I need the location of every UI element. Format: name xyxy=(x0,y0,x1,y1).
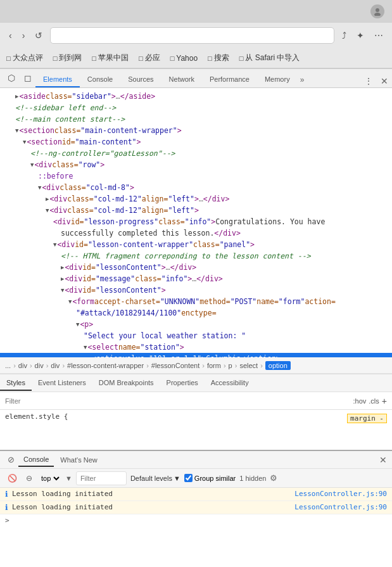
tab-elements[interactable]: Elements xyxy=(35,72,80,87)
tree-line-message[interactable]: ▶ <div id="message" class="info">…</div> xyxy=(0,273,392,284)
breadcrumb-form[interactable]: form xyxy=(207,362,221,369)
breadcrumb-p[interactable]: p xyxy=(229,362,232,369)
tree-line-select[interactable]: ▼ <select name="station"> xyxy=(0,341,392,353)
log-source-0[interactable]: LessonController.js:90 xyxy=(294,490,387,498)
tree-line-div-col12-1[interactable]: ▶ <div class="col-md-12" align="left">…<… xyxy=(0,193,392,205)
breadcrumb-div1[interactable]: div xyxy=(18,362,27,369)
default-levels-select[interactable]: Default levels ▼ xyxy=(130,475,180,482)
context-select[interactable]: top xyxy=(39,471,61,485)
console-tab-console[interactable]: Console xyxy=(18,453,54,467)
devtools-tab-inspect[interactable]: ◻ xyxy=(20,70,35,87)
more-tabs-button[interactable]: » xyxy=(298,72,307,87)
bookmark-apple-china[interactable]: □苹果中国 xyxy=(92,53,129,63)
tree-line-comment-main[interactable]: <!--main content start--> xyxy=(0,113,392,125)
styles-tab-styles[interactable]: Styles xyxy=(0,376,32,391)
breadcrumb-lessonContent[interactable]: #lessonContent xyxy=(151,362,199,369)
fold-arrow[interactable]: ▼ xyxy=(15,125,18,136)
reload-button[interactable]: ↺ xyxy=(32,29,45,42)
fold-arrow[interactable]: ▼ xyxy=(53,239,56,250)
tree-line-div-col8[interactable]: ▼ <div class="col-md-8"> xyxy=(0,182,392,193)
console-filter-input[interactable] xyxy=(76,471,127,485)
share-button[interactable]: ⤴ xyxy=(339,29,349,42)
back-button[interactable]: ‹ xyxy=(6,29,15,42)
tree-line-section-wrapper[interactable]: ▼ <section class="main-content-wrapper"> xyxy=(0,125,392,136)
tree-line-form[interactable]: ▼ <form accept-charset="UNKNOWN" method=… xyxy=(0,296,392,307)
fold-arrow[interactable]: ▶ xyxy=(15,91,18,102)
fold-arrow[interactable]: ▼ xyxy=(68,296,72,307)
tab-network[interactable]: Network xyxy=(161,72,202,87)
tree-line-before[interactable]: ::before xyxy=(0,170,392,182)
tab-console[interactable]: Console xyxy=(80,72,120,87)
tree-line-div-row[interactable]: ▼ <div class="row"> xyxy=(0,159,392,170)
fold-arrow[interactable]: ▼ xyxy=(84,341,87,353)
log-source-1[interactable]: LessonController.js:90 xyxy=(294,503,387,511)
tab-memory[interactable]: Memory xyxy=(257,72,298,87)
tree-line-lesson-progress[interactable]: <div id="lesson-progress" class="info">C… xyxy=(0,216,392,227)
group-similar-checkbox[interactable] xyxy=(184,474,193,482)
tree-line-comment-html-fragment[interactable]: <!-- HTML fragment correponding to the l… xyxy=(0,250,392,262)
tree-line-section-main[interactable]: ▼ <section id="main-content"> xyxy=(0,136,392,148)
filter-pseudo-button[interactable]: :hov xyxy=(353,397,367,405)
breadcrumb-option[interactable]: option xyxy=(265,361,291,370)
fold-arrow[interactable]: ▼ xyxy=(23,136,26,148)
breadcrumb: ... › div › div › div › #lesson-content-… xyxy=(0,357,392,374)
tree-line-string[interactable]: "Select your local weather station: " xyxy=(0,330,392,341)
bookmark-dazongdianping[interactable]: □大众点评 xyxy=(6,53,43,63)
console-settings-button[interactable]: ⚙ xyxy=(270,473,277,483)
tab-sources[interactable]: Sources xyxy=(120,72,161,87)
tree-line-lesson-content-1[interactable]: ▶ <div id="lessonContent">…</div> xyxy=(0,262,392,273)
tree-line-aside[interactable]: ▶ <aside class="sidebar">…</aside> xyxy=(0,91,392,102)
bookmark-safari-import[interactable]: □从 Safari 中导入 xyxy=(239,53,300,63)
fold-arrow[interactable]: ▼ xyxy=(46,205,49,216)
fold-arrow[interactable]: ▶ xyxy=(61,262,64,273)
bookmark-daodaowang[interactable]: □到到网 xyxy=(53,53,82,63)
console-error-toggle[interactable]: 🚫 xyxy=(5,473,20,484)
address-bar[interactable] xyxy=(50,27,334,44)
bookmark-bidu[interactable]: □必应 xyxy=(139,53,160,63)
devtools-more-options[interactable]: ⋮ xyxy=(363,75,374,87)
fold-arrow[interactable]: ▼ xyxy=(61,284,64,296)
tree-line-div-col12-2[interactable]: ▼ <div class="col-md-12" align="left"> xyxy=(0,205,392,216)
tree-line-comment-sidebar[interactable]: <!--sidebar left end--> xyxy=(0,102,392,113)
breadcrumb-div2[interactable]: div xyxy=(35,362,44,369)
profile-icon[interactable] xyxy=(370,4,384,18)
tab-performance[interactable]: Performance xyxy=(202,72,257,87)
tree-line-p[interactable]: ▼ <p> xyxy=(0,319,392,330)
breadcrumb-div3[interactable]: div xyxy=(51,362,60,369)
console-stop-button[interactable]: ⊖ xyxy=(23,473,35,484)
console-clear-button[interactable]: ⊘ xyxy=(5,454,17,466)
console-close-button[interactable]: ✕ xyxy=(379,455,387,465)
breadcrumb-select[interactable]: select xyxy=(239,362,258,369)
filter-add-button[interactable]: + xyxy=(382,396,387,406)
devtools-tab-selector[interactable]: ⬡ xyxy=(3,70,20,87)
bookmark-yahoo[interactable]: □Yahoo xyxy=(170,54,198,63)
tree-line-lesson-content-2[interactable]: ▼ <div id="lessonContent"> xyxy=(0,284,392,296)
fold-arrow[interactable]: ▶ xyxy=(61,273,64,284)
fold-arrow[interactable]: ▼ xyxy=(30,159,34,170)
tree-line-lesson-content-wrapper[interactable]: ▼ <div id="lesson-content-wrapper" class… xyxy=(0,239,392,250)
group-similar-checkbox-label[interactable]: Group similar xyxy=(184,474,236,482)
styles-tab-properties[interactable]: Properties xyxy=(160,376,205,391)
styles-tab-accessibility[interactable]: Accessibility xyxy=(205,376,255,391)
tree-line-comment-ng[interactable]: <!--ng-controller="goatLesson"--> xyxy=(0,148,392,159)
tree-line-form-action[interactable]: "#attack/101829144/1100" enctype= xyxy=(0,307,392,319)
fold-arrow[interactable]: ▼ xyxy=(76,319,79,330)
fold-arrow[interactable]: ▼ xyxy=(38,182,41,193)
styles-tab-event-listeners[interactable]: Event Listeners xyxy=(32,376,92,391)
more-button[interactable]: ⋯ xyxy=(372,29,386,42)
console-log-area[interactable]: ℹ Lesson loading initiated LessonControl… xyxy=(0,488,392,567)
filter-input[interactable] xyxy=(5,395,351,407)
fold-arrow[interactable]: ▶ xyxy=(46,193,49,205)
forward-button[interactable]: › xyxy=(20,29,28,42)
devtools-close-button[interactable]: ✕ xyxy=(379,75,389,87)
star-button[interactable]: ✦ xyxy=(354,29,367,42)
console-tab-whats-new[interactable]: What's New xyxy=(55,454,102,466)
breadcrumb-dots[interactable]: ... xyxy=(5,362,11,369)
breadcrumb-lesson-content-wrapper[interactable]: #lesson-content-wrapper xyxy=(67,362,144,369)
filter-cls-button[interactable]: .cls xyxy=(369,397,379,405)
styles-tab-dom-breakpoints[interactable]: DOM Breakpoints xyxy=(92,376,160,391)
bookmark-search[interactable]: □搜索 xyxy=(208,53,229,63)
tree-line-congratulations-cont[interactable]: successfully completed this lesson.</div… xyxy=(0,227,392,239)
html-tree[interactable]: ▶ <aside class="sidebar">…</aside> <!--s… xyxy=(0,88,392,357)
tree-line-option[interactable]: <option value="101 or 1=1">Columbia</opt… xyxy=(0,353,392,357)
